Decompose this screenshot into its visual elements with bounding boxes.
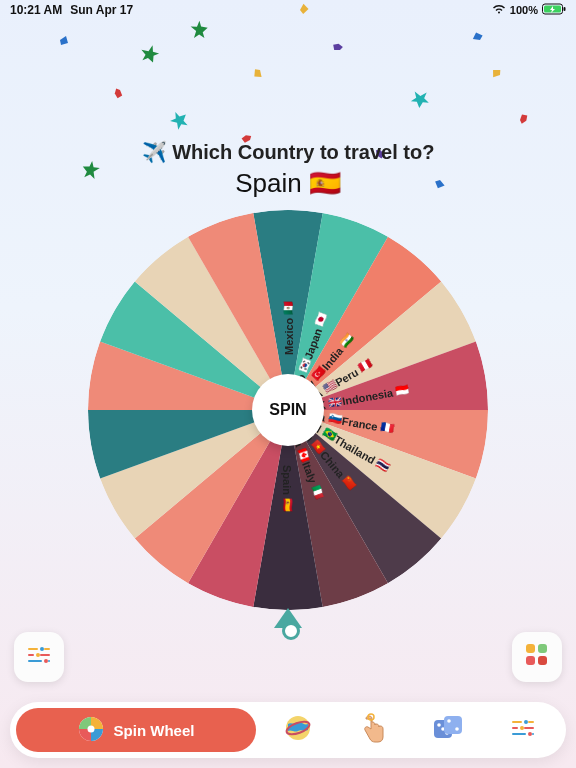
dice-icon bbox=[433, 713, 463, 747]
svg-rect-30 bbox=[528, 721, 534, 723]
status-date: Sun Apr 17 bbox=[70, 3, 133, 17]
list-lines-icon bbox=[26, 645, 52, 669]
status-time: 10:21 AM bbox=[10, 3, 62, 17]
themes-button[interactable] bbox=[512, 632, 562, 682]
svg-rect-34 bbox=[512, 733, 526, 735]
svg-point-10 bbox=[44, 659, 48, 663]
battery-icon bbox=[542, 3, 566, 17]
list-options-button[interactable] bbox=[14, 632, 64, 682]
svg-rect-1 bbox=[564, 7, 566, 11]
wheel-pointer-icon bbox=[274, 608, 302, 628]
svg-point-35 bbox=[528, 732, 532, 736]
spin-wheel-tab-label: Spin Wheel bbox=[114, 722, 195, 739]
svg-rect-5 bbox=[44, 648, 50, 650]
nav-globe[interactable] bbox=[281, 713, 315, 747]
spin-wheel-tab[interactable]: Spin Wheel bbox=[16, 708, 256, 752]
svg-point-4 bbox=[40, 647, 44, 651]
list-icon bbox=[510, 718, 536, 742]
svg-rect-6 bbox=[28, 654, 34, 656]
svg-rect-13 bbox=[538, 644, 547, 653]
hub-label: SPIN bbox=[269, 401, 306, 419]
svg-rect-9 bbox=[28, 660, 42, 662]
globe-icon bbox=[284, 714, 312, 746]
spinner-wheel-icon bbox=[78, 716, 104, 745]
result-label: Spain bbox=[235, 168, 302, 198]
svg-rect-8 bbox=[40, 654, 50, 656]
spin-wheel[interactable]: Mexico 🇲🇽Japan 🇯🇵India 🇮🇳Peru 🇵🇪Indonesi… bbox=[88, 210, 488, 610]
svg-point-29 bbox=[524, 720, 528, 724]
wifi-icon bbox=[492, 4, 506, 16]
svg-point-22 bbox=[437, 723, 441, 727]
svg-rect-3 bbox=[28, 648, 38, 650]
app-grid-icon bbox=[524, 642, 550, 672]
nav-list[interactable] bbox=[506, 713, 540, 747]
nav-finger[interactable] bbox=[356, 713, 390, 747]
svg-rect-33 bbox=[524, 727, 534, 729]
svg-point-27 bbox=[455, 727, 459, 731]
svg-point-26 bbox=[447, 719, 451, 723]
spin-hub-button[interactable]: SPIN bbox=[252, 374, 324, 446]
svg-point-7 bbox=[36, 653, 40, 657]
svg-rect-25 bbox=[444, 716, 462, 734]
svg-rect-36 bbox=[532, 733, 534, 735]
nav-dice[interactable] bbox=[431, 713, 465, 747]
bottom-nav: Spin Wheel bbox=[10, 702, 566, 758]
finger-tap-icon bbox=[360, 713, 386, 747]
svg-rect-11 bbox=[48, 660, 50, 662]
svg-rect-15 bbox=[538, 656, 547, 665]
result-flag-icon: 🇪🇸 bbox=[309, 168, 341, 198]
status-bar: 10:21 AM Sun Apr 17 100% bbox=[0, 0, 576, 20]
svg-rect-31 bbox=[512, 727, 518, 729]
svg-point-17 bbox=[87, 725, 94, 732]
wheel-segment-label: Mexico 🇲🇽 bbox=[282, 301, 295, 355]
page-title: ✈️ Which Country to travel to? bbox=[0, 140, 576, 164]
result-display: Spain 🇪🇸 bbox=[0, 168, 576, 199]
svg-point-32 bbox=[520, 726, 524, 730]
wheel-segment-label: Spain 🇪🇸 bbox=[281, 465, 294, 512]
title-text: Which Country to travel to? bbox=[172, 141, 434, 163]
svg-rect-12 bbox=[526, 644, 535, 653]
battery-percent: 100% bbox=[510, 4, 538, 16]
plane-icon: ✈️ bbox=[142, 141, 167, 163]
svg-rect-14 bbox=[526, 656, 535, 665]
svg-rect-28 bbox=[512, 721, 522, 723]
